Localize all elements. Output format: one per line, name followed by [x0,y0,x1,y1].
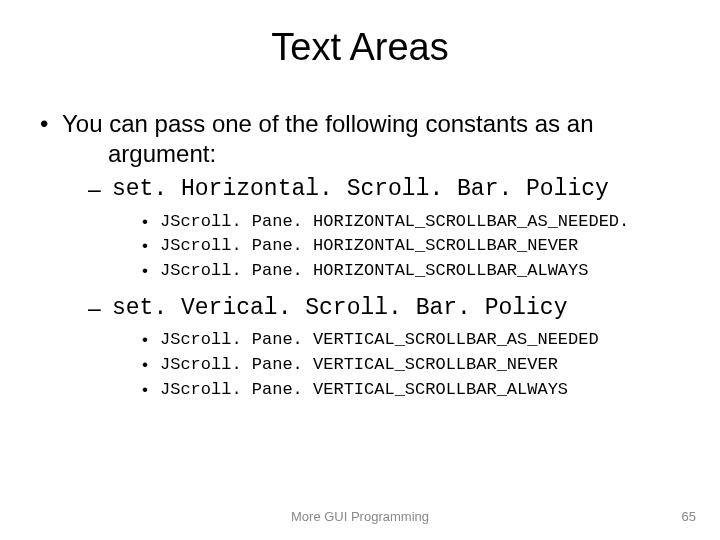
constant-item: JScroll. Pane. HORIZONTAL_SCROLLBAR_ALWA… [142,259,680,284]
method-name: set. Verical. Scroll. Bar. Policy [112,295,567,321]
constant-list: JScroll. Pane. HORIZONTAL_SCROLLBAR_AS_N… [142,210,680,284]
bullet-text-line2: argument: [62,139,680,169]
method-item: set. Verical. Scroll. Bar. Policy JScrol… [88,294,680,403]
bullet-list: You can pass one of the following consta… [40,109,680,402]
slide: Text Areas You can pass one of the follo… [0,0,720,540]
constant-item: JScroll. Pane. VERTICAL_SCROLLBAR_ALWAYS [142,378,680,403]
method-name: set. Horizontal. Scroll. Bar. Policy [112,176,609,202]
method-list: set. Horizontal. Scroll. Bar. Policy JSc… [88,175,680,402]
constant-list: JScroll. Pane. VERTICAL_SCROLLBAR_AS_NEE… [142,328,680,402]
bullet-item: You can pass one of the following consta… [40,109,680,402]
slide-body: You can pass one of the following consta… [0,79,720,402]
bullet-text-line1: You can pass one of the following consta… [62,110,593,137]
constant-item: JScroll. Pane. VERTICAL_SCROLLBAR_AS_NEE… [142,328,680,353]
method-item: set. Horizontal. Scroll. Bar. Policy JSc… [88,175,680,284]
page-number: 65 [682,509,696,524]
constant-item: JScroll. Pane. VERTICAL_SCROLLBAR_NEVER [142,353,680,378]
footer-center: More GUI Programming [0,509,720,524]
constant-item: JScroll. Pane. HORIZONTAL_SCROLLBAR_NEVE… [142,234,680,259]
constant-item: JScroll. Pane. HORIZONTAL_SCROLLBAR_AS_N… [142,210,680,235]
slide-title: Text Areas [0,0,720,79]
